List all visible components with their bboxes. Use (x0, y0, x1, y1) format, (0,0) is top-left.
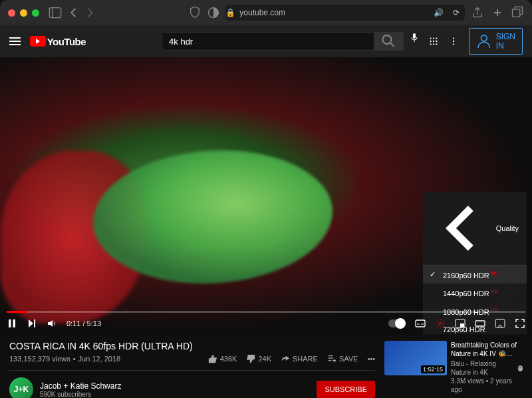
reload-icon[interactable]: ⟳ (453, 8, 460, 17)
quality-option[interactable]: 2160p60 HDR4K (423, 266, 527, 284)
search-input[interactable] (162, 32, 374, 51)
video-player[interactable]: J K Quality 2160p60 HDR4K1440p60 HDRHD10… (0, 57, 532, 334)
rec-title: Breathtaking Colors of Nature in 4K IV 🐝… (451, 341, 523, 358)
svg-point-26 (439, 322, 442, 325)
save-button[interactable]: SAVE (327, 354, 358, 363)
svg-point-7 (430, 37, 432, 39)
svg-rect-0 (49, 8, 61, 18)
more-options-icon[interactable] (449, 36, 458, 47)
lock-icon: 🔒 (225, 8, 235, 17)
channel-name[interactable]: Jacob + Katie Schwarz (40, 381, 121, 391)
subtitles-icon[interactable] (415, 318, 426, 329)
autoplay-toggle[interactable] (388, 319, 406, 327)
svg-point-15 (436, 43, 437, 45)
back-button[interactable] (67, 6, 80, 19)
maximize-window-button[interactable] (32, 9, 39, 17)
svg-line-5 (390, 43, 394, 47)
svg-point-8 (433, 37, 434, 39)
new-tab-icon[interactable] (491, 6, 504, 19)
shield-icon[interactable] (188, 6, 201, 19)
svg-point-18 (453, 43, 454, 45)
svg-point-19 (481, 35, 487, 41)
sidebar-toggle-icon[interactable] (49, 6, 62, 19)
svg-point-16 (453, 37, 454, 39)
like-button[interactable]: 436K (208, 354, 237, 363)
rec-meta: 3.3M views • 2 years ago (451, 377, 523, 394)
recommendation-item[interactable]: 1:52:15 Breathtaking Colors of Nature in… (384, 341, 523, 394)
svg-point-14 (433, 43, 434, 45)
address-bar[interactable]: 🔒 youtube.com 🔊 ⟳ (225, 5, 465, 21)
thumbnail[interactable]: 1:52:15 (384, 341, 447, 375)
voice-search-icon[interactable] (409, 32, 420, 43)
settings-icon[interactable] (435, 318, 446, 329)
svg-point-9 (436, 37, 437, 39)
subscribe-button[interactable]: SUBSCRIBE (317, 381, 375, 398)
svg-rect-6 (413, 33, 416, 39)
video-date: Jun 12, 2018 (78, 355, 121, 363)
svg-rect-28 (460, 323, 464, 327)
svg-point-17 (453, 41, 454, 42)
theater-mode-icon[interactable] (475, 318, 485, 329)
cast-icon[interactable] (495, 318, 505, 329)
svg-rect-23 (416, 320, 425, 327)
url-host: youtube.com (239, 8, 285, 17)
channel-subscribers: 590K subscribers (40, 391, 121, 398)
browser-titlebar: 🔒 youtube.com 🔊 ⟳ (0, 0, 532, 25)
logo-text: YouTube (47, 36, 86, 47)
apps-grid-icon[interactable] (429, 36, 438, 47)
quality-menu-back[interactable]: Quality (423, 192, 527, 266)
svg-rect-22 (34, 319, 35, 327)
svg-rect-21 (13, 319, 16, 327)
minimize-window-button[interactable] (20, 9, 27, 17)
time-display: 0:11 / 5:13 (66, 319, 101, 327)
svg-point-11 (433, 41, 434, 42)
reader-icon[interactable] (207, 6, 220, 19)
svg-point-13 (430, 43, 432, 45)
channel-avatar[interactable]: J+K (9, 377, 33, 398)
share-icon[interactable] (471, 6, 484, 19)
volume-icon[interactable] (47, 318, 57, 329)
youtube-logo[interactable]: YouTube (30, 36, 86, 47)
dislike-button[interactable]: 24K (246, 354, 271, 363)
close-window-button[interactable] (8, 9, 15, 17)
pause-button[interactable] (7, 318, 17, 329)
sign-in-button[interactable]: SIGN IN (469, 28, 523, 55)
svg-point-10 (430, 41, 432, 42)
window-controls (8, 9, 39, 17)
audio-indicator-icon[interactable]: 🔊 (434, 8, 444, 17)
next-button[interactable] (27, 318, 37, 329)
quality-option[interactable]: 1440p60 HDRHD (423, 284, 527, 302)
share-button[interactable]: SHARE (281, 354, 318, 363)
hamburger-menu-icon[interactable] (9, 37, 21, 45)
svg-rect-3 (512, 9, 519, 17)
sign-in-label: SIGN IN (496, 32, 515, 51)
miniplayer-icon[interactable] (455, 318, 466, 329)
svg-point-12 (436, 41, 437, 42)
youtube-header: YouTube SIGN IN (0, 25, 532, 57)
more-actions-icon[interactable]: ••• (367, 355, 375, 363)
player-controls: 0:11 / 5:13 (0, 313, 532, 334)
search-button[interactable] (374, 32, 404, 51)
quality-menu-title: Quality (496, 224, 519, 232)
forward-button[interactable] (83, 6, 96, 19)
video-title: COSTA RICA IN 4K 60fps HDR (ULTRA HD) (9, 341, 375, 351)
svg-rect-20 (9, 319, 11, 327)
svg-rect-30 (495, 319, 505, 327)
fullscreen-icon[interactable] (515, 318, 525, 329)
tabs-icon[interactable] (511, 6, 524, 19)
rec-channel: Balu - Relaxing Nature in 4K ✓ (451, 359, 523, 377)
svg-rect-29 (475, 321, 485, 326)
video-views: 133,152,379 views (9, 355, 70, 363)
recommendations-sidebar: 1:52:15 Breathtaking Colors of Nature in… (384, 341, 523, 398)
svg-point-4 (382, 35, 391, 44)
